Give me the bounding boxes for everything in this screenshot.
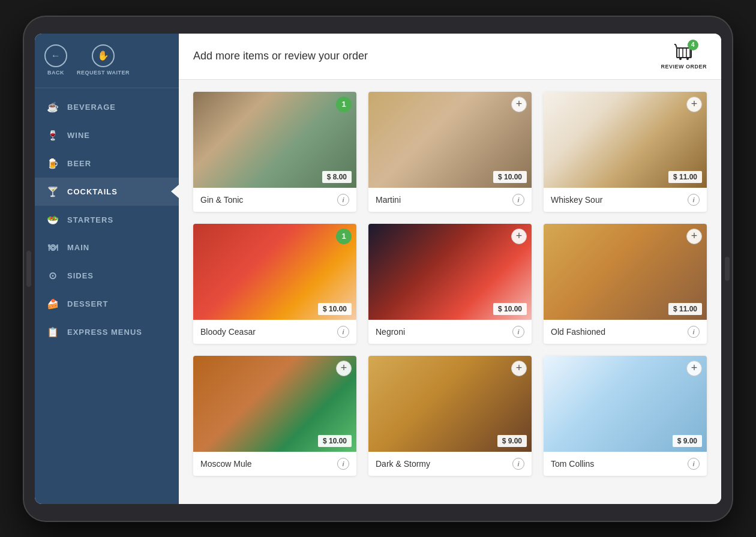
card-image-martini: + $ 10.00: [368, 92, 532, 188]
sidebar-item-express[interactable]: 📋 EXPRESS MENUS: [35, 318, 179, 346]
card-badge-tom-collins[interactable]: +: [686, 361, 702, 376]
info-icon-martini[interactable]: i: [512, 194, 524, 206]
nav-icon-cocktails: 🍸: [47, 186, 59, 197]
menu-card-negroni[interactable]: + $ 10.00 Negroni i: [368, 224, 532, 344]
card-name-negroni: Negroni: [376, 327, 405, 337]
menu-card-bloody-ceasar[interactable]: 1 $ 10.00 Bloody Ceasar i: [193, 224, 356, 344]
review-order-button[interactable]: 4 REVIEW ORDER: [661, 43, 707, 70]
card-footer-negroni: Negroni i: [368, 320, 532, 344]
card-price-bloody-ceasar: $ 10.00: [318, 303, 352, 315]
back-button[interactable]: ← BACK: [44, 44, 67, 76]
nav-label-beverage: BEVERAGE: [67, 103, 116, 112]
sidebar-item-sides[interactable]: ⊙ SIDES: [35, 262, 179, 290]
nav-icon-dessert: 🍰: [47, 298, 59, 310]
card-image-moscow-mule: + $ 10.00: [193, 356, 356, 452]
info-icon-gin-tonic[interactable]: i: [337, 194, 349, 206]
nav-icon-starters: 🥗: [47, 214, 59, 226]
sidebar-item-wine[interactable]: 🍷 WINE: [35, 121, 179, 149]
cart-icon-wrap: 4: [674, 43, 694, 62]
menu-card-dark-stormy[interactable]: + $ 9.00 Dark & Stormy i: [368, 356, 532, 476]
sidebar-item-main[interactable]: 🍽 MAIN: [35, 234, 179, 262]
card-image-negroni: + $ 10.00: [368, 224, 532, 320]
main-header: Add more items or review your order: [179, 34, 721, 80]
card-price-tom-collins: $ 9.00: [673, 435, 702, 447]
nav-label-main: MAIN: [67, 243, 89, 252]
sidebar-item-dessert[interactable]: 🍰 DESSERT: [35, 290, 179, 318]
card-footer-old-fashioned: Old Fashioned i: [544, 320, 707, 344]
nav-icon-main: 🍽: [47, 242, 59, 253]
card-image-whiskey-sour: + $ 11.00: [544, 92, 707, 188]
main-content: Add more items or review your order: [179, 34, 721, 504]
info-icon-old-fashioned[interactable]: i: [688, 326, 700, 338]
nav-label-sides: SIDES: [67, 271, 94, 280]
waiter-icon: ✋: [92, 44, 115, 67]
tablet-frame: ← BACK ✋ REQUEST WAITER ☕ BEVERAGE 🍷 WIN…: [24, 17, 732, 521]
info-icon-dark-stormy[interactable]: i: [512, 458, 524, 470]
card-price-gin-tonic: $ 8.00: [322, 171, 352, 183]
sidebar: ← BACK ✋ REQUEST WAITER ☕ BEVERAGE 🍷 WIN…: [35, 34, 179, 504]
sidebar-item-cocktails[interactable]: 🍸 COCKTAILS: [35, 178, 179, 206]
svg-line-1: [676, 44, 677, 48]
menu-card-martini[interactable]: + $ 10.00 Martini i: [368, 92, 532, 212]
info-icon-moscow-mule[interactable]: i: [337, 458, 349, 470]
sidebar-item-starters[interactable]: 🥗 STARTERS: [35, 206, 179, 234]
menu-card-tom-collins[interactable]: + $ 9.00 Tom Collins i: [544, 356, 707, 476]
nav-icon-sides: ⊙: [47, 270, 59, 281]
sidebar-item-beverage[interactable]: ☕ BEVERAGE: [35, 93, 179, 121]
info-icon-bloody-ceasar[interactable]: i: [337, 326, 349, 338]
menu-card-moscow-mule[interactable]: + $ 10.00 Moscow Mule i: [193, 356, 356, 476]
sidebar-header: ← BACK ✋ REQUEST WAITER: [35, 34, 179, 88]
card-image-dark-stormy: + $ 9.00: [368, 356, 532, 452]
card-badge-whiskey-sour[interactable]: +: [686, 97, 702, 112]
card-badge-martini[interactable]: +: [511, 97, 527, 112]
card-image-bloody-ceasar: 1 $ 10.00: [193, 224, 356, 320]
menu-card-whiskey-sour[interactable]: + $ 11.00 Whiskey Sour i: [544, 92, 707, 212]
card-name-moscow-mule: Moscow Mule: [200, 459, 252, 469]
card-name-tom-collins: Tom Collins: [551, 459, 594, 469]
nav-icon-beverage: ☕: [47, 101, 59, 113]
nav-icon-beer: 🍺: [47, 158, 59, 169]
info-icon-whiskey-sour[interactable]: i: [688, 194, 700, 206]
card-badge-gin-tonic[interactable]: 1: [336, 97, 352, 112]
review-order-label: REVIEW ORDER: [661, 64, 707, 70]
card-badge-negroni[interactable]: +: [511, 229, 527, 244]
card-footer-martini: Martini i: [368, 188, 532, 212]
menu-card-old-fashioned[interactable]: + $ 11.00 Old Fashioned i: [544, 224, 707, 344]
waiter-label: REQUEST WAITER: [77, 70, 130, 76]
card-name-whiskey-sour: Whiskey Sour: [551, 195, 602, 205]
card-price-whiskey-sour: $ 11.00: [668, 171, 702, 183]
card-image-gin-tonic: 1 $ 8.00: [193, 92, 356, 188]
sidebar-item-beer[interactable]: 🍺 BEER: [35, 149, 179, 178]
card-name-bloody-ceasar: Bloody Ceasar: [200, 327, 256, 337]
sidebar-nav: ☕ BEVERAGE 🍷 WINE 🍺 BEER 🍸 COCKTAILS 🥗 S…: [35, 88, 179, 504]
info-icon-negroni[interactable]: i: [512, 326, 524, 338]
menu-card-gin-tonic[interactable]: 1 $ 8.00 Gin & Tonic i: [193, 92, 356, 212]
tablet-home-button[interactable]: [26, 251, 31, 287]
card-footer-dark-stormy: Dark & Stormy i: [368, 452, 532, 476]
card-price-negroni: $ 10.00: [493, 303, 527, 315]
card-name-martini: Martini: [376, 195, 401, 205]
card-name-old-fashioned: Old Fashioned: [551, 327, 605, 337]
back-label: BACK: [47, 70, 64, 76]
tablet-side-button[interactable]: [725, 257, 730, 281]
nav-label-beer: BEER: [67, 159, 91, 168]
info-icon-tom-collins[interactable]: i: [688, 458, 700, 470]
card-footer-moscow-mule: Moscow Mule i: [193, 452, 356, 476]
card-badge-bloody-ceasar[interactable]: 1: [336, 229, 352, 244]
nav-icon-express: 📋: [47, 326, 59, 338]
card-price-moscow-mule: $ 10.00: [318, 435, 352, 447]
items-grid: 1 $ 8.00 Gin & Tonic i + $ 10.00 Martini…: [179, 80, 721, 504]
card-image-tom-collins: + $ 9.00: [544, 356, 707, 452]
card-price-dark-stormy: $ 9.00: [497, 435, 527, 447]
card-badge-dark-stormy[interactable]: +: [511, 361, 527, 376]
card-name-dark-stormy: Dark & Stormy: [376, 459, 430, 469]
cart-badge: 4: [688, 40, 698, 50]
svg-point-8: [686, 58, 689, 60]
card-name-gin-tonic: Gin & Tonic: [200, 195, 243, 205]
request-waiter-button[interactable]: ✋ REQUEST WAITER: [77, 44, 130, 76]
card-badge-moscow-mule[interactable]: +: [336, 361, 352, 376]
nav-label-cocktails: COCKTAILS: [67, 187, 118, 196]
page-title: Add more items or review your order: [193, 50, 368, 62]
card-footer-whiskey-sour: Whiskey Sour i: [544, 188, 707, 212]
card-badge-old-fashioned[interactable]: +: [686, 229, 702, 244]
